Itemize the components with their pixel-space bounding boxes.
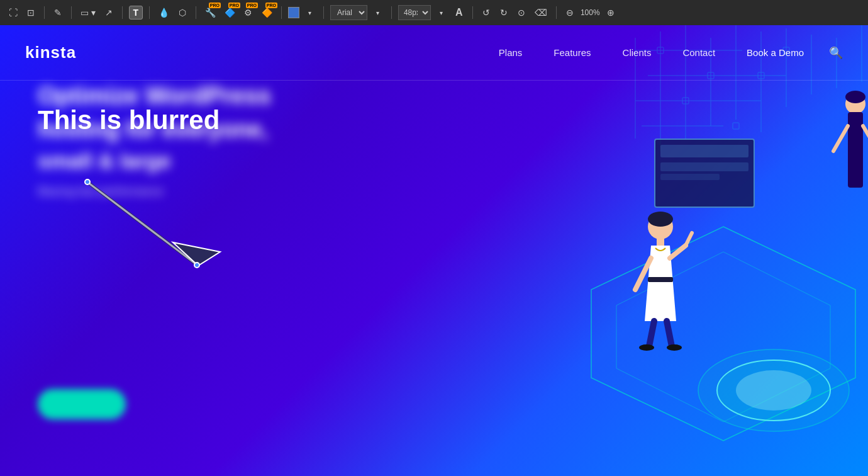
blurred-hero-text: Optimize WordPress hosting for everyone,… [38,82,384,200]
shape-icon[interactable]: ⬡ [175,6,189,19]
toolbar-separator [281,6,282,19]
toolbar-separator [323,6,324,19]
monitor-bar-1 [660,145,748,157]
nav-links: Plans Features Clients Contact Book a De… [499,47,804,58]
refresh-icon[interactable]: ⊙ [515,6,528,19]
person-figure [623,208,698,353]
redo-icon[interactable]: ↻ [497,6,511,19]
nav-features[interactable]: Features [554,47,591,58]
color-swatch[interactable] [288,7,299,18]
swatch-arrow[interactable]: ▾ [303,8,317,18]
svg-line-34 [670,246,686,258]
text-icon[interactable]: T [129,6,143,20]
toolbar-separator [196,6,196,19]
bold-icon[interactable]: A [452,6,466,20]
pen-icon[interactable]: ✎ [51,6,65,19]
pro-icon-3[interactable]: ⚙PRO [242,6,255,19]
svg-rect-30 [657,238,664,246]
toolbar-separator [122,6,123,19]
blurred-line-2: hosting for everyone, [38,116,384,143]
search-icon[interactable]: 🔍 [829,46,843,60]
toolbar-separator [44,6,45,19]
cta-button[interactable] [38,389,126,419]
hex-platform-svg [560,214,868,453]
blurred-line-1: Optimize WordPress [38,82,384,111]
zoom-level: 100% [581,8,600,17]
toolbar-separator [149,6,150,19]
zoom-in-icon[interactable]: ⊕ [604,6,618,19]
font-family-select[interactable]: Arial [330,5,367,20]
pro-icon-1[interactable]: 🔧PRO [203,6,218,19]
svg-line-43 [833,126,848,151]
monitor-bar-3 [660,174,720,180]
toolbar: ⛶ ⊡ ✎ ▭ ▾ ↗ T 💧 ⬡ 🔧PRO 🔷PRO ⚙PRO 🔶PRO ▾ … [0,0,868,25]
navigation: kinsta Plans Features Clients Contact Bo… [0,25,868,81]
toolbar-separator [472,6,473,19]
undo-icon[interactable]: ↺ [479,6,493,19]
blurred-subtext: Blazing-fast performance [38,183,384,200]
expand-icon[interactable]: ⛶ [6,6,20,19]
nav-contact[interactable]: Contact [682,47,715,58]
drop-icon[interactable]: 💧 [156,6,172,19]
pro-icon-2[interactable]: 🔷PRO [222,6,238,19]
pro-icon-4[interactable]: 🔶PRO [259,6,275,19]
svg-line-35 [686,233,692,246]
zoom-out-icon[interactable]: ⊖ [563,6,577,19]
font-size-select[interactable]: 48px [398,5,431,20]
svg-point-41 [845,91,865,103]
website-canvas: kinsta Plans Features Clients Contact Bo… [0,25,868,476]
eraser-icon[interactable]: ⌫ [532,6,550,19]
arrow-icon[interactable]: ↗ [102,6,116,19]
rect-icon[interactable]: ▭ ▾ [78,6,98,19]
svg-point-39 [667,344,682,351]
toolbar-separator [391,6,392,19]
svg-line-37 [667,321,672,346]
svg-point-38 [639,344,654,351]
blurred-line-3: small & large [38,148,384,174]
font-arrow[interactable]: ▾ [371,8,385,18]
svg-rect-32 [648,277,673,282]
logo[interactable]: kinsta [25,43,76,62]
toolbar-separator [71,6,72,19]
person-figure-2 [830,88,868,214]
size-arrow[interactable]: ▾ [435,8,448,18]
hero-illustration [541,88,868,453]
crop-icon[interactable]: ⊡ [24,6,38,19]
svg-line-44 [863,126,868,145]
svg-point-27 [736,370,811,411]
svg-point-29 [648,212,673,227]
nav-plans[interactable]: Plans [499,47,523,58]
nav-clients[interactable]: Clients [623,47,652,58]
monitor-bar-2 [660,162,748,171]
svg-rect-42 [848,112,863,188]
nav-book-demo[interactable]: Book a Demo [747,47,804,58]
toolbar-separator [556,6,557,19]
monitor-element [654,139,755,208]
svg-line-36 [649,321,654,346]
